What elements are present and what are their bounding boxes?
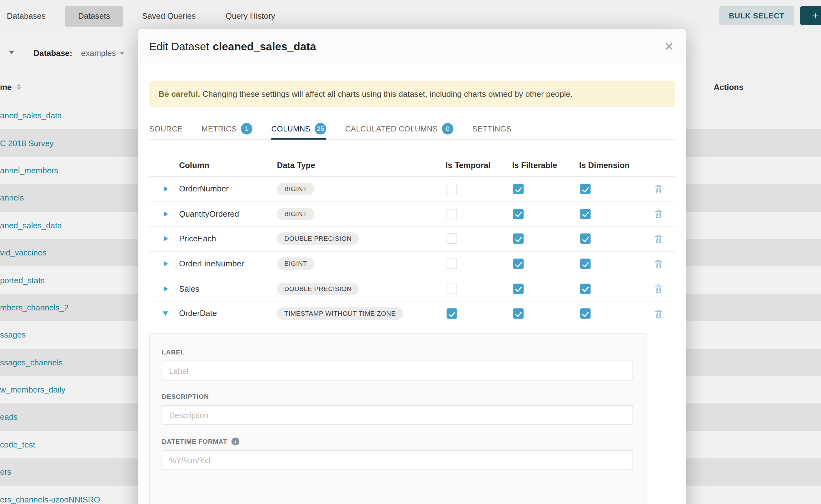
columns-table-header: Column Data Type Is Temporal Is Filterab… <box>149 154 675 177</box>
column-name: Sales <box>179 284 277 294</box>
close-icon[interactable]: × <box>665 39 673 54</box>
is-dimension-checkbox[interactable] <box>580 284 591 294</box>
column-name: OrderLineNumber <box>179 259 277 269</box>
modal-header: Edit Datasetcleaned_sales_data × <box>138 29 686 64</box>
is-filterable-checkbox[interactable] <box>513 184 524 195</box>
column-name: OrderNumber <box>179 184 277 194</box>
is-temporal-checkbox[interactable] <box>447 309 458 319</box>
tab-metrics[interactable]: METRICS1 <box>201 118 252 139</box>
data-type-pill: BIGINT <box>277 208 314 220</box>
column-name: QuantityOrdered <box>179 209 277 219</box>
delete-column-icon[interactable] <box>655 259 675 268</box>
delete-column-icon[interactable] <box>655 309 675 318</box>
column-row: PriceEach DOUBLE PRECISION <box>149 227 675 252</box>
is-filterable-checkbox[interactable] <box>513 209 524 220</box>
calculated-columns-count-badge: 0 <box>442 123 454 134</box>
is-temporal-checkbox[interactable] <box>447 284 458 294</box>
datetime-format-input[interactable] <box>162 450 633 470</box>
expand-caret-icon[interactable] <box>164 286 168 291</box>
modal-tabs: SOURCE METRICS1 COLUMNS25 CALCULATED COL… <box>149 118 675 140</box>
warning-bold-text: Be careful. <box>159 90 200 98</box>
is-temporal-header: Is Temporal <box>446 161 512 170</box>
column-name: PriceEach <box>179 234 277 244</box>
info-icon[interactable]: i <box>231 437 239 445</box>
modal-title: Edit Datasetcleaned_sales_data <box>149 40 316 52</box>
is-filterable-checkbox[interactable] <box>513 284 524 294</box>
expand-caret-icon[interactable] <box>164 236 168 242</box>
dataset-name: cleaned_sales_data <box>213 40 316 52</box>
tab-settings[interactable]: SETTINGS <box>472 118 512 139</box>
is-dimension-checkbox[interactable] <box>580 309 591 319</box>
expand-caret-icon[interactable] <box>164 186 168 192</box>
tab-source[interactable]: SOURCE <box>149 118 183 139</box>
data-type-pill: DOUBLE PRECISION <box>277 283 359 295</box>
label-input[interactable] <box>162 361 633 381</box>
warning-banner: Be careful. Changing these settings will… <box>149 81 675 107</box>
edit-dataset-modal: Edit Datasetcleaned_sales_data × Be care… <box>138 29 686 504</box>
is-filterable-header: Is Filterable <box>512 161 579 170</box>
warning-text: Changing these settings will affect all … <box>202 90 573 98</box>
expand-caret-icon[interactable] <box>164 261 168 266</box>
columns-count-badge: 25 <box>314 123 326 134</box>
tab-calculated-columns[interactable]: CALCULATED COLUMNS0 <box>345 118 454 139</box>
column-name: OrderDate <box>179 309 277 318</box>
column-row: Sales DOUBLE PRECISION <box>149 277 675 302</box>
is-temporal-checkbox[interactable] <box>447 234 458 244</box>
is-temporal-checkbox[interactable] <box>447 184 458 195</box>
is-dimension-header: Is Dimension <box>579 161 651 170</box>
datetime-format-field-label: DATETIME FORMAT i <box>162 437 633 445</box>
column-row: QuantityOrdered BIGINT <box>149 202 675 227</box>
is-dimension-checkbox[interactable] <box>580 209 591 220</box>
description-field-group: DESCRIPTION <box>162 393 633 425</box>
description-input[interactable] <box>162 405 633 425</box>
column-row-expanded: OrderDate TIMESTAMP WITHOUT TIME ZONE <box>149 301 675 326</box>
columns-table: Column Data Type Is Temporal Is Filterab… <box>149 154 675 326</box>
is-temporal-checkbox[interactable] <box>447 209 458 220</box>
delete-column-icon[interactable] <box>655 210 675 218</box>
data-type-header: Data Type <box>277 161 446 170</box>
is-temporal-checkbox[interactable] <box>447 259 458 269</box>
expand-caret-icon[interactable] <box>164 211 168 217</box>
delete-column-icon[interactable] <box>655 235 675 243</box>
column-row: OrderNumber BIGINT <box>149 177 675 202</box>
data-type-pill: DOUBLE PRECISION <box>277 233 359 245</box>
is-filterable-checkbox[interactable] <box>513 234 524 244</box>
metrics-count-badge: 1 <box>241 123 252 134</box>
column-detail-panel: LABEL DESCRIPTION DATETIME FORMAT i <box>149 334 647 504</box>
screen: Databases Datasets Saved Queries Query H… <box>0 0 821 504</box>
is-dimension-checkbox[interactable] <box>580 184 591 195</box>
collapse-caret-icon[interactable] <box>163 312 168 316</box>
is-filterable-checkbox[interactable] <box>513 309 524 319</box>
delete-column-icon[interactable] <box>655 185 675 193</box>
is-dimension-checkbox[interactable] <box>580 234 591 244</box>
label-field-group: LABEL <box>162 348 633 380</box>
data-type-pill: TIMESTAMP WITHOUT TIME ZONE <box>277 307 403 320</box>
datetime-format-field-group: DATETIME FORMAT i <box>162 437 633 470</box>
column-header: Column <box>179 161 277 170</box>
delete-column-icon[interactable] <box>655 284 675 293</box>
is-dimension-checkbox[interactable] <box>580 259 591 269</box>
data-type-pill: BIGINT <box>277 183 314 195</box>
label-field-label: LABEL <box>162 348 633 356</box>
column-row: OrderLineNumber BIGINT <box>149 252 675 277</box>
tab-columns[interactable]: COLUMNS25 <box>271 118 326 139</box>
is-filterable-checkbox[interactable] <box>513 259 524 269</box>
description-field-label: DESCRIPTION <box>162 393 633 400</box>
data-type-pill: BIGINT <box>277 258 314 270</box>
